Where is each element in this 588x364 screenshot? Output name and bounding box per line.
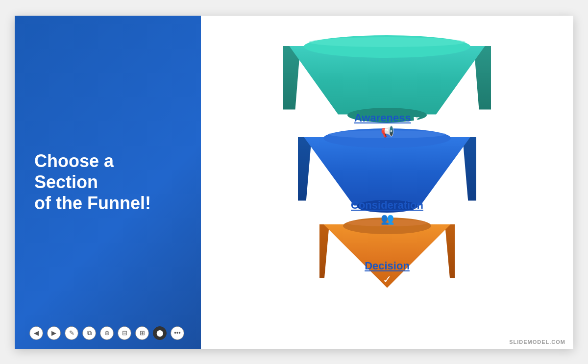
prev-button[interactable]: ◀ [29, 326, 43, 340]
left-panel: Choose a Section of the Funnel! [15, 16, 201, 349]
right-panel: Awareness ☛ 📢 Consideration 👥 [201, 16, 573, 349]
view-button[interactable]: ⊞ [135, 326, 149, 340]
watermark: SLIDEMODEL.COM [509, 339, 565, 345]
next-button[interactable]: ▶ [47, 326, 61, 340]
consideration-icon: 👥 [338, 213, 436, 225]
decision-link[interactable]: Decision [365, 260, 410, 272]
awareness-funnel: Awareness ☛ 📢 [274, 35, 500, 133]
decision-funnel: Decision ✓ [318, 218, 456, 301]
decision-right-side [445, 224, 455, 278]
consideration-left-side [298, 137, 312, 201]
camera-button[interactable]: ⬤ [153, 326, 167, 340]
edit-button[interactable]: ✎ [65, 326, 78, 340]
awareness-icon: 📢 [338, 125, 436, 138]
more-button[interactable]: ••• [171, 326, 184, 340]
decision-icon: ✓ [338, 273, 436, 286]
awareness-top-oval [304, 35, 470, 58]
awareness-link[interactable]: Awareness [354, 112, 411, 124]
search-button[interactable]: ⊕ [100, 326, 114, 340]
funnel-diagram: Awareness ☛ 📢 Consideration 👥 [274, 35, 500, 319]
title-line1: Choose a Section [34, 151, 114, 192]
consideration-link[interactable]: Consideration [351, 199, 423, 211]
grid-button[interactable]: ⊟ [118, 326, 131, 340]
decision-left-side [319, 224, 329, 278]
consideration-funnel: Consideration 👥 [294, 128, 480, 221]
awareness-cursor-icon: ☛ [413, 114, 420, 123]
presentation-toolbar: ◀ ▶ ✎ ⧉ ⊕ ⊟ ⊞ ⬤ ••• [29, 326, 184, 340]
slide-container: Choose a Section of the Funnel! Awarenes… [15, 16, 573, 349]
awareness-label[interactable]: Awareness ☛ 📢 [338, 112, 436, 138]
consideration-right-side [463, 137, 476, 201]
title-line2: of the Funnel! [34, 193, 151, 213]
slide-title: Choose a Section of the Funnel! [34, 150, 181, 214]
decision-label[interactable]: Decision ✓ [338, 260, 436, 286]
consideration-label[interactable]: Consideration 👥 [338, 199, 436, 225]
copy-button[interactable]: ⧉ [82, 326, 96, 340]
